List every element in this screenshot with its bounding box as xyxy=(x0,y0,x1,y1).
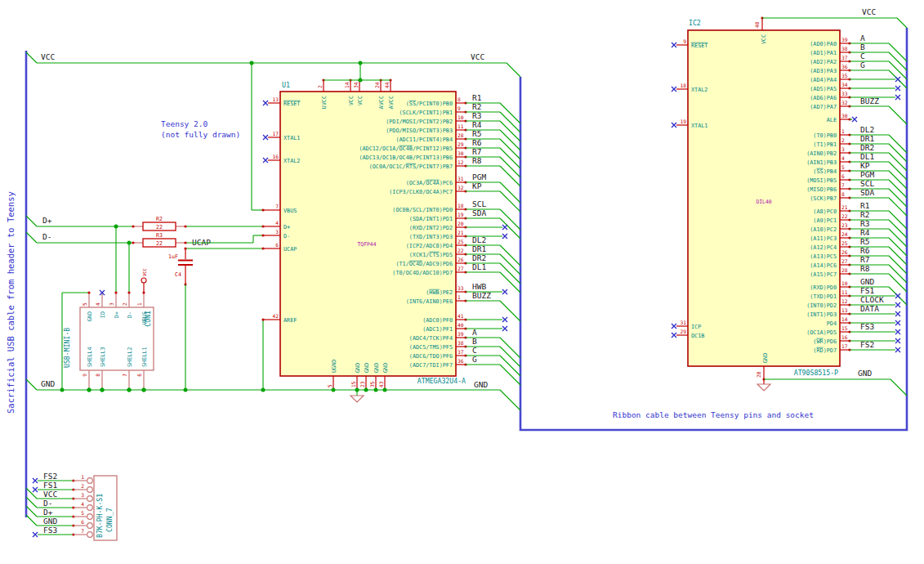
conn7-pin-circle[interactable] xyxy=(87,523,93,529)
ic2-pin-number: 33 xyxy=(841,91,848,96)
net-label-r3[interactable]: R3 xyxy=(472,111,481,120)
net-label-d+[interactable]: D+ xyxy=(43,508,53,517)
net-label-dminus[interactable]: D- xyxy=(42,232,51,241)
net-label-kp[interactable]: KP xyxy=(472,181,482,190)
net-label-r7[interactable]: R7 xyxy=(860,255,869,264)
net-label-r2[interactable]: R2 xyxy=(472,102,481,111)
no-connect-x xyxy=(502,225,507,230)
net-label-fs1[interactable]: FS1 xyxy=(43,481,57,490)
u1-pin-number: 30 xyxy=(458,150,464,156)
net-label-dplus[interactable]: D+ xyxy=(42,216,52,225)
net-label-fs3[interactable]: FS3 xyxy=(860,322,874,331)
bus-entry xyxy=(500,166,520,186)
net-label-g[interactable]: G xyxy=(472,355,477,364)
bus-entry xyxy=(500,390,520,410)
net-label-dr2[interactable]: DR2 xyxy=(472,253,486,262)
net-label-vcc-left[interactable]: VCC xyxy=(41,52,55,61)
net-label-dr1[interactable]: DR1 xyxy=(860,134,874,143)
net-label-r1[interactable]: R1 xyxy=(472,93,482,102)
ic2-pin-number: 8 xyxy=(841,191,845,197)
net-label-hwb[interactable]: HWB xyxy=(472,282,486,291)
net-label-sda[interactable]: SDA xyxy=(860,188,874,197)
u1-pin-name: (ADC7/TDI)PF7 xyxy=(409,362,453,369)
net-label-r4[interactable]: R4 xyxy=(472,120,482,129)
ic2-pin-number: 14 xyxy=(841,316,848,322)
conn7-pin-circle[interactable] xyxy=(87,514,93,520)
net-label-dl1[interactable]: DL1 xyxy=(472,262,486,271)
net-label-r2[interactable]: R2 xyxy=(860,210,869,219)
conn7-pin-circle[interactable] xyxy=(87,487,93,493)
net-label-fs2[interactable]: FS2 xyxy=(860,340,874,349)
net-label-pgm[interactable]: PGM xyxy=(860,170,874,179)
ic2-pin-number: 23 xyxy=(841,222,848,228)
conn7-ref[interactable]: CONN_7 xyxy=(105,508,114,532)
net-label-dl2[interactable]: DL2 xyxy=(472,235,486,244)
net-label-gnd-u1[interactable]: GND xyxy=(474,380,488,389)
u1-ref[interactable]: U1 xyxy=(282,81,290,89)
net-label-kp[interactable]: KP xyxy=(860,161,870,170)
net-label-scl[interactable]: SCL xyxy=(472,199,486,208)
net-label-b[interactable]: B xyxy=(860,43,865,51)
net-label-buzz[interactable]: BUZZ xyxy=(472,291,491,300)
con1-ref[interactable]: CON1 xyxy=(144,311,152,327)
no-connect-x xyxy=(672,333,676,338)
net-label-data[interactable]: DATA xyxy=(860,304,879,313)
conn7-pin-circle[interactable] xyxy=(87,478,93,484)
net-label-c[interactable]: C xyxy=(472,346,477,355)
net-label-fs3[interactable]: FS3 xyxy=(43,526,57,535)
bus-entry xyxy=(500,148,520,168)
bus-entry xyxy=(500,182,520,203)
net-label-dl2[interactable]: DL2 xyxy=(860,125,874,134)
net-label-r5[interactable]: R5 xyxy=(472,129,481,138)
net-label-sda[interactable]: SDA xyxy=(472,208,486,217)
net-label-d-[interactable]: D- xyxy=(43,499,52,508)
net-label-r6[interactable]: R6 xyxy=(472,138,482,147)
u1-pin-name: GND xyxy=(355,363,361,373)
net-label-gnd[interactable]: GND xyxy=(860,277,874,286)
net-label-fs2[interactable]: FS2 xyxy=(43,472,57,481)
net-label-b[interactable]: B xyxy=(472,337,477,346)
net-label-dr1[interactable]: DR1 xyxy=(472,244,486,253)
net-label-vcc[interactable]: VCC xyxy=(43,490,57,499)
net-label-r3[interactable]: R3 xyxy=(860,219,869,228)
u1-pin-number: 42 xyxy=(273,313,279,319)
conn7-pin-circle[interactable] xyxy=(87,532,93,538)
net-label-fs1[interactable]: FS1 xyxy=(860,286,874,295)
ic2-pin-name: ALE xyxy=(827,117,837,123)
ic2-ref[interactable]: IC2 xyxy=(689,19,701,27)
bus-entry xyxy=(891,379,907,396)
net-label-gnd[interactable]: GND xyxy=(43,517,57,526)
u1-pin-name: XTAL2 xyxy=(283,158,300,164)
net-label-pgm[interactable]: PGM xyxy=(472,172,486,181)
net-label-scl[interactable]: SCL xyxy=(860,179,874,188)
net-label-a[interactable]: A xyxy=(860,34,865,43)
conn7-pin-circle[interactable] xyxy=(87,505,93,511)
net-label-vcc-ic2[interactable]: VCC xyxy=(862,7,876,16)
ic2-pin-name: (INT0)PD2 xyxy=(806,302,837,309)
no-connect-x xyxy=(502,289,507,294)
net-label-dl1[interactable]: DL1 xyxy=(860,152,874,161)
junction-dot xyxy=(127,388,132,392)
net-label-r4[interactable]: R4 xyxy=(860,228,870,237)
net-label-gnd-left[interactable]: GND xyxy=(41,379,55,388)
net-label-r1[interactable]: R1 xyxy=(860,201,870,210)
net-label-gnd-ic2[interactable]: GND xyxy=(858,369,872,378)
net-label-g[interactable]: G xyxy=(860,60,865,69)
net-label-r8[interactable]: R8 xyxy=(860,264,870,273)
net-label-r7[interactable]: R7 xyxy=(472,147,481,156)
net-label-dr2[interactable]: DR2 xyxy=(860,143,874,152)
net-label-c[interactable]: C xyxy=(860,51,865,60)
net-label-r8[interactable]: R8 xyxy=(472,156,482,165)
bus-entry xyxy=(889,52,907,70)
pin-end-dot xyxy=(87,291,90,293)
u1-pin-number: 6 xyxy=(275,242,279,248)
net-label-vcc-u1[interactable]: VCC xyxy=(471,52,484,61)
net-label-buzz[interactable]: BUZZ xyxy=(860,96,879,105)
net-label-clock[interactable]: CLOCK xyxy=(860,295,884,304)
u1-pin-name: UCAP xyxy=(283,246,297,253)
net-label-a[interactable]: A xyxy=(472,328,477,337)
net-label-r5[interactable]: R5 xyxy=(860,237,869,246)
junction-dot xyxy=(127,241,132,245)
net-label-r6[interactable]: R6 xyxy=(860,246,870,255)
conn7-pin-circle[interactable] xyxy=(87,496,93,502)
